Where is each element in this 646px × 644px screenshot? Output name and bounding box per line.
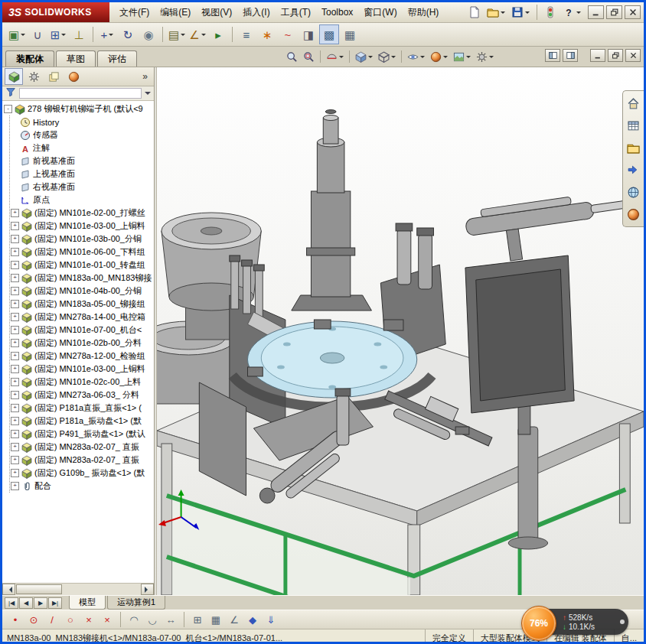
pane-right-button[interactable] (563, 49, 578, 62)
filter-dropdown-icon[interactable] (145, 92, 151, 98)
explode-line-sketch-button[interactable]: ~ (278, 24, 298, 44)
expander-icon[interactable]: + (11, 482, 19, 490)
dropdown-arrow-icon[interactable] (181, 34, 185, 38)
solidworks-forum-button[interactable] (626, 162, 641, 177)
new-document-button[interactable] (466, 4, 483, 21)
tree-item[interactable]: +(固定) P181a直振_直振<1> ( (11, 402, 154, 415)
tree-item[interactable]: +(固定) MN283a-02-07_ 直振 (11, 454, 154, 467)
tree-item[interactable]: +(固定) MN101e-02-00_打螺丝 (11, 207, 154, 220)
tree-item[interactable]: 原点 (11, 194, 154, 207)
zoom-to-fit-button[interactable] (284, 48, 300, 65)
dropdown-arrow-icon[interactable] (391, 56, 396, 60)
pane-overflow-chevron[interactable]: » (139, 71, 152, 82)
expander-icon[interactable]: + (11, 456, 19, 464)
rotary-disc[interactable] (248, 321, 417, 398)
help-button[interactable]: ? (560, 4, 583, 21)
tree-item[interactable]: History (11, 115, 154, 128)
tree-root-item[interactable]: -278 铆银钉机铆端子机 (默认<9 (4, 102, 154, 115)
expander-icon[interactable]: + (11, 235, 19, 243)
tree-item[interactable]: +(固定) MN101e-02c-00_上料 (11, 376, 154, 389)
scroll-prev-button[interactable]: ◀ (19, 597, 33, 609)
menu-item[interactable]: 编辑(E) (155, 4, 196, 21)
apply-scene-button[interactable] (451, 48, 473, 65)
arc-tool-button[interactable]: ◠ (126, 611, 142, 628)
expander-icon[interactable]: + (11, 417, 19, 425)
assembly-model[interactable] (157, 67, 644, 595)
scroll-right-button[interactable] (141, 584, 154, 595)
close-button[interactable] (625, 49, 641, 62)
dropdown-arrow-icon[interactable] (525, 11, 530, 16)
tree-item[interactable]: +(固定) MN273a-06-03_ 分料 (11, 389, 154, 402)
tree-item[interactable]: +(固定) MN101e-04b-00_分铜 (11, 285, 154, 298)
panel-hscrollbar[interactable] (2, 583, 154, 595)
dropdown-arrow-icon[interactable] (201, 34, 206, 38)
edit-appearance-button[interactable] (428, 48, 450, 65)
orientation-cube-tool-button[interactable]: ◆ (244, 611, 261, 628)
center-tower[interactable] (292, 110, 372, 311)
tree-item[interactable]: +(固定) P181a_振动盘<1> (默 (11, 415, 154, 428)
scroll-first-button[interactable]: |◀ (5, 597, 18, 609)
restore-button[interactable] (606, 5, 622, 19)
displaymanager-tab[interactable] (64, 68, 83, 85)
center-circle-tool-button[interactable]: ⊙ (25, 611, 42, 628)
featuremanager-tab[interactable] (5, 68, 23, 85)
circle-tool-button[interactable]: ○ (62, 611, 79, 628)
pane-left-button[interactable] (545, 49, 560, 62)
expander-icon[interactable]: + (11, 352, 19, 360)
tree-item[interactable]: +(固定) MN101e-07-00_机台< (11, 324, 154, 337)
dropdown-arrow-icon[interactable] (489, 56, 494, 60)
tree-item[interactable]: +(固定) MN183a-00_MN183铆接 (11, 272, 154, 285)
menu-item[interactable]: 工具(T) (276, 4, 316, 21)
smart-fasteners-button[interactable]: ⊥ (69, 24, 89, 44)
tree-item[interactable]: 传感器 (11, 128, 154, 141)
large-assembly-mode-button[interactable]: ▩ (319, 24, 339, 44)
appearances-scenes-button[interactable] (626, 207, 641, 222)
mate-button[interactable]: ∪ (28, 24, 47, 44)
tree-item[interactable]: +(固定) MN278a-14-00_电控箱 (11, 311, 154, 324)
scroll-next-button[interactable]: ▶ (34, 597, 47, 609)
grid-tool-button[interactable]: ⊞ (189, 611, 206, 628)
cross-point-tool-button[interactable]: × (80, 611, 97, 628)
menu-item[interactable]: 窗口(W) (358, 4, 402, 21)
section-view-button[interactable] (324, 48, 346, 65)
reference-geometry-button[interactable]: ∠ (188, 24, 207, 44)
display-style-button[interactable] (376, 48, 398, 65)
expander-icon[interactable]: + (11, 287, 19, 295)
view-settings-button[interactable] (474, 48, 496, 65)
tree-item[interactable]: +(固定) MN101e-03b-00_分铜 (11, 233, 154, 246)
tree-item[interactable]: 上视基准面 (11, 168, 154, 181)
configurationmanager-tab[interactable] (44, 68, 63, 85)
zoom-to-area-button[interactable] (301, 48, 317, 65)
document-tab[interactable]: 运动算例1 (107, 596, 165, 610)
dropdown-arrow-icon[interactable] (339, 56, 344, 60)
menu-item[interactable]: Toolbox (316, 5, 358, 20)
expander-icon[interactable]: + (11, 430, 19, 438)
tree-item[interactable]: 前视基准面 (11, 154, 154, 168)
expander-icon[interactable]: - (4, 105, 12, 113)
restore-button[interactable] (608, 49, 623, 62)
tree-item[interactable]: 右视基准面 (11, 181, 154, 194)
line-tool-button[interactable]: / (44, 611, 60, 628)
dropdown-arrow-icon[interactable] (61, 34, 66, 38)
scrollbar-track[interactable] (15, 584, 141, 595)
filter-field[interactable] (19, 88, 142, 99)
exploded-view-button[interactable]: ∗ (257, 24, 277, 44)
expander-icon[interactable]: + (11, 339, 19, 347)
expander-icon[interactable]: + (11, 365, 19, 373)
view-orientation-button[interactable] (353, 48, 375, 65)
tree-item[interactable]: +(固定) MN278a-12-00_检验组 (11, 350, 154, 363)
document-tab[interactable]: 模型 (69, 596, 106, 610)
hide-show-items-button[interactable] (405, 48, 427, 65)
dropdown-arrow-icon[interactable] (576, 11, 581, 16)
point-tool-button[interactable]: • (7, 611, 24, 628)
network-monitor-widget[interactable]: ↑ 528K/s ↓ 10.1K/s 76% (521, 606, 628, 638)
rotate-component-button[interactable]: ↻ (118, 24, 138, 44)
menu-item[interactable]: 文件(F) (114, 4, 155, 21)
expander-icon[interactable]: + (11, 313, 19, 321)
open-document-button[interactable] (484, 4, 507, 21)
expander-icon[interactable]: + (11, 391, 19, 399)
angle-tool-button[interactable]: ∠ (226, 611, 243, 628)
dropdown-arrow-icon[interactable] (21, 34, 25, 38)
dropdown-arrow-icon[interactable] (420, 56, 425, 60)
propertymanager-tab[interactable] (24, 68, 43, 85)
